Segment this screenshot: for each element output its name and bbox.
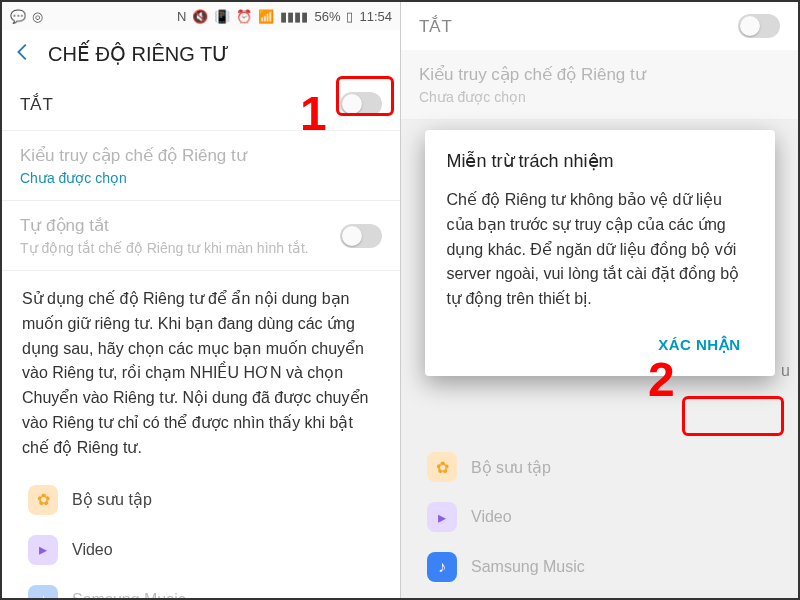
description-text: Sử dụng chế độ Riêng tư để ẩn nội dung b…: [2, 271, 400, 471]
gallery-icon: ✿: [28, 485, 58, 515]
right-access-sub: Chưa được chọn: [419, 89, 780, 105]
dialog-body: Chế độ Riêng tư không bảo vệ dữ liệu của…: [447, 188, 753, 312]
right-access-title: Kiểu truy cập chế độ Riêng tư: [419, 64, 780, 85]
right-header: TẮT: [401, 2, 798, 50]
auto-off-title: Tự động tắt: [20, 215, 340, 236]
left-pane: 💬 ◎ N 🔇 📳 ⏰ 📶 ▮▮▮▮ 56% ▯ 11:54 CHẾ ĐỘ RI…: [2, 2, 400, 598]
access-type-row[interactable]: Kiểu truy cập chế độ Riêng tư Chưa được …: [2, 131, 400, 201]
battery-percent: 56%: [314, 9, 340, 24]
alarm-icon: ⏰: [236, 9, 252, 24]
video-icon: ▸: [28, 535, 58, 565]
mute-icon: 🔇: [192, 9, 208, 24]
page-header: CHẾ ĐỘ RIÊNG TƯ: [2, 30, 400, 78]
access-type-sub: Chưa được chọn: [20, 170, 382, 186]
right-toggle-switch[interactable]: [738, 14, 780, 38]
app-label: Bộ sưu tập: [72, 490, 152, 509]
vibrate-icon: 📳: [214, 9, 230, 24]
dialog-title: Miễn trừ trách nhiệm: [447, 150, 753, 172]
signal-icon: ▮▮▮▮: [280, 9, 308, 24]
app-icon: ◎: [32, 9, 43, 24]
clock: 11:54: [359, 9, 392, 24]
disclaimer-dialog: Miễn trừ trách nhiệm Chế độ Riêng tư khô…: [425, 130, 775, 376]
access-type-title: Kiểu truy cập chế độ Riêng tư: [20, 145, 382, 166]
list-item: ▸ Video: [2, 525, 400, 575]
app-label: Samsung Music: [72, 591, 186, 598]
master-toggle-row[interactable]: TẮT: [2, 78, 400, 131]
app-list-left: ✿ Bộ sưu tập ▸ Video ♪ Samsung Music: [2, 471, 400, 598]
list-item: ✿ Bộ sưu tập: [2, 475, 400, 525]
messenger-icon: 💬: [10, 9, 26, 24]
wifi-icon: 📶: [258, 9, 274, 24]
list-item: ♪ Samsung Music: [2, 575, 400, 598]
master-toggle-switch[interactable]: [340, 92, 382, 116]
page-title: CHẾ ĐỘ RIÊNG TƯ: [48, 42, 229, 66]
auto-off-toggle: [340, 224, 382, 248]
right-pane: TẮT Kiểu truy cập chế độ Riêng tư Chưa đ…: [400, 2, 798, 598]
nfc-icon: N: [177, 9, 186, 24]
confirm-button[interactable]: XÁC NHẬN: [646, 328, 752, 362]
music-icon: ♪: [28, 585, 58, 598]
status-bar: 💬 ◎ N 🔇 📳 ⏰ 📶 ▮▮▮▮ 56% ▯ 11:54: [2, 2, 400, 30]
right-toggle-label: TẮT: [419, 16, 452, 37]
dialog-backdrop: Miễn trừ trách nhiệm Chế độ Riêng tư khô…: [401, 130, 798, 598]
battery-icon: ▯: [346, 9, 353, 24]
app-label: Video: [72, 541, 113, 559]
right-access-row[interactable]: Kiểu truy cập chế độ Riêng tư Chưa được …: [401, 50, 798, 120]
back-icon[interactable]: [12, 41, 34, 67]
master-toggle-label: TẮT: [20, 94, 53, 115]
auto-off-sub: Tự động tắt chế độ Riêng tư khi màn hình…: [20, 240, 340, 256]
auto-off-row: Tự động tắt Tự động tắt chế độ Riêng tư …: [2, 201, 400, 271]
